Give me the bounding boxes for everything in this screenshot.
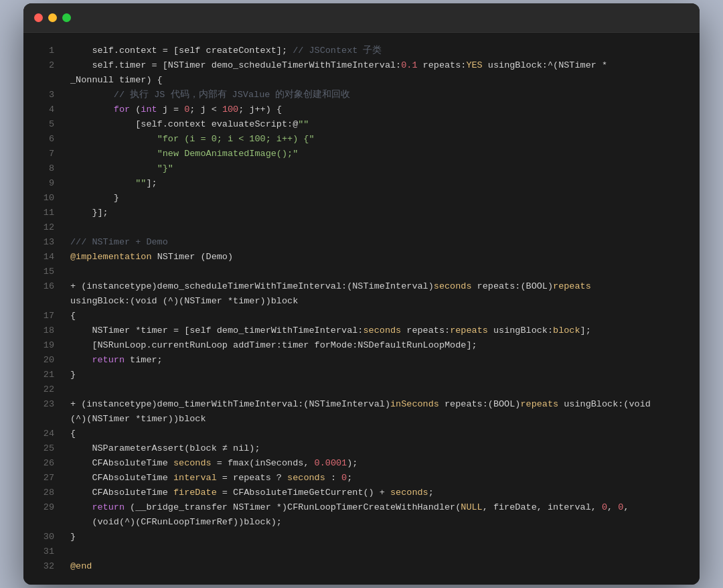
code-line: 19 [NSRunLoop.currentRunLoop addTimer:ti…	[23, 338, 700, 353]
code-text: }];	[70, 206, 689, 220]
code-line: 27 CFAbsoluteTime interval = repeats ? s…	[23, 471, 700, 486]
code-line: 13 /// NSTimer + Demo	[23, 235, 700, 250]
line-number: 20	[34, 353, 54, 368]
code-line: _Nonnull timer) {	[23, 73, 700, 88]
code-text: {	[70, 309, 689, 323]
code-line: 32 @end	[23, 559, 700, 574]
code-text: [NSRunLoop.currentRunLoop addTimer:timer…	[70, 338, 689, 353]
code-text: self.timer = [NSTimer demo_scheduleTimer…	[70, 58, 689, 73]
code-line: 4 for (int j = 0; j < 100; j++) {	[23, 102, 700, 117]
code-text: }	[70, 368, 689, 382]
code-line: 10 }	[23, 191, 700, 206]
line-number: 28	[34, 486, 54, 500]
line-number: 3	[34, 88, 54, 102]
code-text: NSTimer *timer = [self demo_timerWithTim…	[70, 323, 689, 338]
code-text: + (instancetype)demo_timerWithTimeInterv…	[70, 397, 689, 412]
line-number: 10	[34, 191, 54, 206]
line-number: 9	[34, 176, 54, 191]
line-number: 2	[34, 58, 54, 73]
code-text: return (__bridge_transfer NSTimer *)CFRu…	[70, 500, 689, 515]
code-text: + (instancetype)demo_scheduleTimerWithTi…	[70, 279, 689, 294]
code-line: 11 }];	[23, 206, 700, 220]
line-number: 6	[34, 132, 54, 147]
line-number: 31	[34, 544, 54, 559]
code-line: 25 NSParameterAssert(block ≠ nil);	[23, 441, 700, 456]
line-number: 5	[34, 117, 54, 132]
line-number: 12	[34, 220, 54, 235]
code-line: 8 "}"	[23, 161, 700, 176]
line-number: 8	[34, 161, 54, 176]
code-text: ""];	[70, 176, 689, 191]
minimize-button[interactable]	[48, 13, 57, 22]
code-text: usingBlock:(void (^)(NSTimer *timer))blo…	[70, 294, 689, 309]
code-text: "for (i = 0; i < 100; i++) {"	[70, 132, 689, 147]
code-text: }	[70, 530, 689, 544]
code-editor: 1 self.context = [self createContext]; /…	[23, 33, 700, 585]
line-number: 15	[34, 265, 54, 279]
code-line: 26 CFAbsoluteTime seconds = fmax(inSecon…	[23, 456, 700, 471]
code-text: (^)(NSTimer *timer))block	[70, 412, 689, 427]
line-number: 27	[34, 471, 54, 486]
line-number: 30	[34, 530, 54, 544]
code-line: usingBlock:(void (^)(NSTimer *timer))blo…	[23, 294, 700, 309]
code-text: CFAbsoluteTime fireDate = CFAbsoluteTime…	[70, 486, 689, 500]
code-text: {	[70, 427, 689, 441]
line-number: 17	[34, 309, 54, 323]
code-line: 3 // 执行 JS 代码，内部有 JSValue 的对象创建和回收	[23, 88, 700, 102]
code-line: 18 NSTimer *timer = [self demo_timerWith…	[23, 323, 700, 338]
line-number: 13	[34, 235, 54, 250]
code-line: 16 + (instancetype)demo_scheduleTimerWit…	[23, 279, 700, 294]
code-line: (void(^)(CFRunLoopTimerRef))block);	[23, 515, 700, 530]
line-number: 26	[34, 456, 54, 471]
code-line: 29 return (__bridge_transfer NSTimer *)C…	[23, 500, 700, 515]
code-line: 5 [self.context evaluateScript:@""	[23, 117, 700, 132]
code-line: 14 @implementation NSTimer (Demo)	[23, 250, 700, 265]
code-text: CFAbsoluteTime interval = repeats ? seco…	[70, 471, 689, 486]
code-line: 24 {	[23, 427, 700, 441]
line-number: 7	[34, 147, 54, 161]
code-text: CFAbsoluteTime seconds = fmax(inSeconds,…	[70, 456, 689, 471]
line-number: 16	[34, 279, 54, 294]
line-number: 11	[34, 206, 54, 220]
code-line: 7 "new DemoAnimatedImage();"	[23, 147, 700, 161]
code-line: 21 }	[23, 368, 700, 382]
code-line: 28 CFAbsoluteTime fireDate = CFAbsoluteT…	[23, 486, 700, 500]
line-number: 29	[34, 500, 54, 515]
line-number: 4	[34, 102, 54, 117]
code-text: "new DemoAnimatedImage();"	[70, 147, 689, 161]
code-text: @end	[70, 559, 689, 574]
line-number: 1	[34, 44, 54, 58]
code-line: 20 return timer;	[23, 353, 700, 368]
maximize-button[interactable]	[62, 13, 71, 22]
close-button[interactable]	[34, 13, 43, 22]
line-number: 32	[34, 559, 54, 574]
titlebar	[23, 3, 700, 33]
code-line: 2 self.timer = [NSTimer demo_scheduleTim…	[23, 58, 700, 73]
code-text: @implementation NSTimer (Demo)	[70, 250, 689, 265]
code-text: "}"	[70, 161, 689, 176]
code-line: 22	[23, 382, 700, 397]
code-line: 15	[23, 265, 700, 279]
code-line: 30 }	[23, 530, 700, 544]
code-text: (void(^)(CFRunLoopTimerRef))block);	[70, 515, 689, 530]
line-number: 24	[34, 427, 54, 441]
code-line: 1 self.context = [self createContext]; /…	[23, 44, 700, 58]
code-line: 17 {	[23, 309, 700, 323]
code-line: (^)(NSTimer *timer))block	[23, 412, 700, 427]
code-line: 31	[23, 544, 700, 559]
code-text: }	[70, 191, 689, 206]
code-line: 6 "for (i = 0; i < 100; i++) {"	[23, 132, 700, 147]
line-number: 19	[34, 338, 54, 353]
code-line: 12	[23, 220, 700, 235]
code-text: _Nonnull timer) {	[70, 73, 689, 88]
line-number: 22	[34, 382, 54, 397]
code-text: self.context = [self createContext]; // …	[70, 44, 689, 58]
code-text: /// NSTimer + Demo	[70, 235, 689, 250]
code-line: 9 ""];	[23, 176, 700, 191]
line-number: 14	[34, 250, 54, 265]
line-number: 18	[34, 323, 54, 338]
code-text: // 执行 JS 代码，内部有 JSValue 的对象创建和回收	[70, 88, 689, 102]
line-number: 21	[34, 368, 54, 382]
code-line: 23 + (instancetype)demo_timerWithTimeInt…	[23, 397, 700, 412]
code-text: for (int j = 0; j < 100; j++) {	[70, 102, 689, 117]
